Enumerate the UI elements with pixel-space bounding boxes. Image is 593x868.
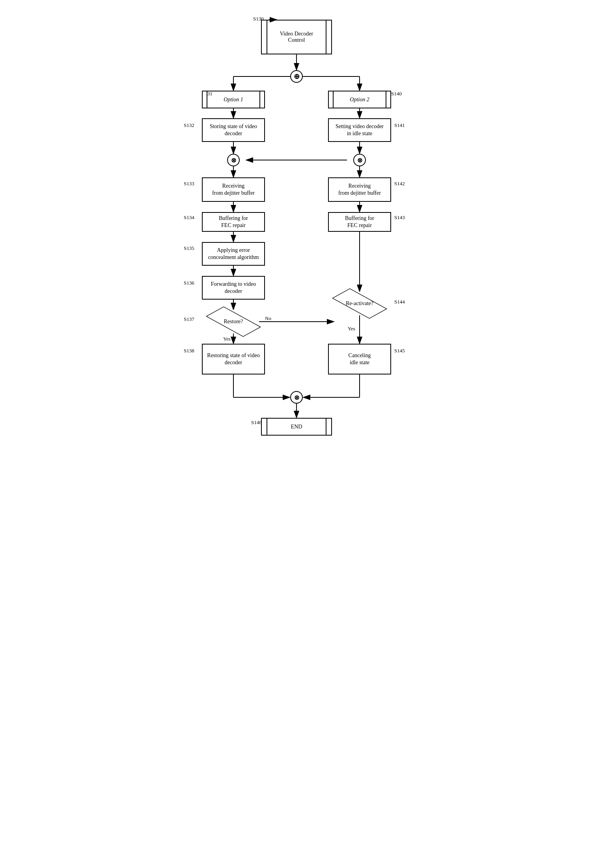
option2-label: Option 2 bbox=[334, 91, 386, 108]
s143-label: Buffering forFEC repair bbox=[345, 215, 374, 229]
s141-label: Setting video decoderin idle state bbox=[336, 123, 384, 137]
merge1-symbol: ⊗ bbox=[231, 156, 236, 164]
yes-right-label: Yes bbox=[348, 326, 355, 332]
s137-label: Restore? bbox=[224, 319, 243, 325]
merge1-circle: ⊗ bbox=[227, 154, 240, 166]
s134-label: Buffering forFEC repair bbox=[219, 215, 248, 229]
merge1b-symbol: ⊗ bbox=[357, 156, 362, 164]
step-label-s134: S134 bbox=[184, 214, 194, 221]
step-label-s140: S140 bbox=[391, 91, 402, 97]
end-side-right bbox=[326, 418, 332, 436]
s132-box: Storing state of videodecoder bbox=[202, 118, 265, 142]
option1-box: Option 1 bbox=[202, 91, 265, 108]
split-symbol: ⊕ bbox=[294, 72, 300, 81]
s145-label: Cancelingidle state bbox=[349, 352, 371, 366]
s136-label: Forwarding to videodecoder bbox=[211, 281, 256, 295]
s138-label: Restoring state of videodecoder bbox=[207, 352, 259, 366]
s133-box: Receivingfrom dejitter buffer bbox=[202, 177, 265, 202]
s133-label: Receivingfrom dejitter buffer bbox=[212, 183, 255, 197]
s132-label: Storing state of videodecoder bbox=[210, 123, 257, 137]
step-label-s141: S141 bbox=[394, 122, 405, 129]
s135-label: Applying errorconcealment algorithm bbox=[208, 247, 259, 261]
step-label-s132: S132 bbox=[184, 122, 194, 129]
s141-box: Setting video decoderin idle state bbox=[328, 118, 391, 142]
s138-box: Restoring state of videodecoder bbox=[202, 344, 265, 374]
step-label-s146: S146 bbox=[251, 419, 262, 426]
step-label-s135: S135 bbox=[184, 245, 194, 251]
terminal-side-left bbox=[261, 20, 267, 54]
end-side-left bbox=[261, 418, 267, 436]
s135-box: Applying errorconcealment algorithm bbox=[202, 242, 265, 266]
option1-label: Option 1 bbox=[207, 91, 259, 108]
option1-side-right bbox=[259, 91, 265, 108]
s143-box: Buffering forFEC repair bbox=[328, 212, 391, 232]
s142-label: Receivingfrom dejitter buffer bbox=[338, 183, 381, 197]
s134-box: Buffering forFEC repair bbox=[202, 212, 265, 232]
step-label-s133: S133 bbox=[184, 181, 194, 187]
s137-diamond: Restore? bbox=[208, 310, 259, 333]
yes-left-label: Yes bbox=[223, 336, 231, 342]
end-label: END bbox=[267, 418, 326, 436]
option2-side-left bbox=[328, 91, 334, 108]
step-label-s145: S145 bbox=[394, 348, 405, 354]
terminal-end: END bbox=[261, 418, 332, 436]
step-label-s138: S138 bbox=[184, 348, 194, 354]
flowchart-diagram: S130 Video DecoderControl ⊕ S131 Option … bbox=[147, 8, 446, 855]
step-label-s137: S137 bbox=[184, 316, 194, 322]
step-label-s144: S144 bbox=[394, 299, 405, 305]
start-box-label: Video DecoderControl bbox=[267, 20, 326, 54]
s144-label: Re-activate? bbox=[346, 300, 373, 307]
merge2-circle: ⊗ bbox=[290, 391, 303, 404]
option2-box: Option 2 bbox=[328, 91, 391, 108]
s145-box: Cancelingidle state bbox=[328, 344, 391, 374]
option2-side-right bbox=[386, 91, 391, 108]
no-label: No bbox=[265, 315, 271, 322]
merge2-symbol: ⊗ bbox=[294, 394, 299, 401]
s136-box: Forwarding to videodecoder bbox=[202, 276, 265, 300]
step-label-s143: S143 bbox=[394, 214, 405, 221]
split-circle: ⊕ bbox=[290, 70, 303, 83]
terminal-side-right bbox=[326, 20, 332, 54]
option1-side-left bbox=[202, 91, 207, 108]
s142-box: Receivingfrom dejitter buffer bbox=[328, 177, 391, 202]
terminal-start: Video DecoderControl bbox=[261, 20, 332, 54]
step-label-s136: S136 bbox=[184, 280, 194, 286]
step-label-s142: S142 bbox=[394, 181, 405, 187]
s144-diamond: Re-activate? bbox=[334, 292, 385, 315]
merge1b-circle: ⊗ bbox=[353, 154, 366, 166]
